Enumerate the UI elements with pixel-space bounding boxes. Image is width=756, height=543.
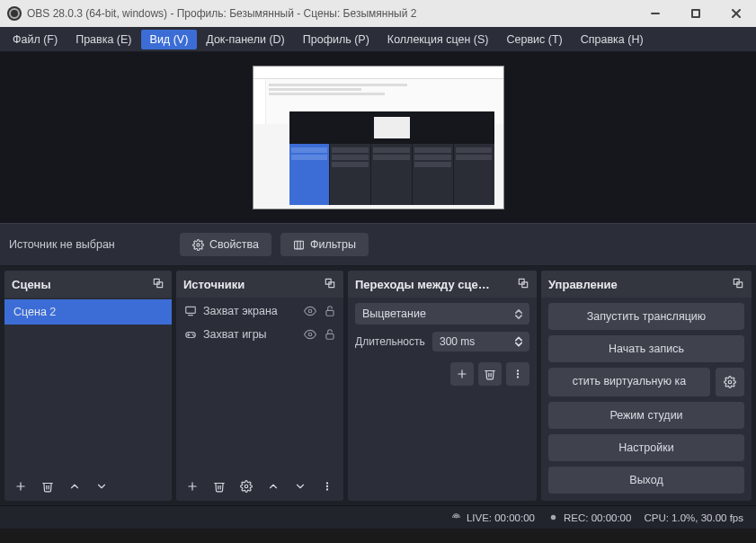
menu-help[interactable]: Справка (H) — [572, 30, 653, 49]
source-label: Захват экрана — [203, 305, 297, 317]
svg-point-31 — [245, 485, 248, 488]
transition-selected: Выцветание — [362, 307, 426, 320]
menu-profile[interactable]: Профиль (P) — [294, 30, 378, 49]
maximize-button[interactable] — [675, 0, 716, 27]
context-toolbar: Источник не выбран Свойства Фильтры — [0, 223, 756, 266]
svg-point-43 — [517, 377, 518, 378]
lock-toggle[interactable] — [323, 305, 336, 317]
transitions-title: Переходы между сце… — [355, 278, 490, 291]
transition-remove-button[interactable] — [478, 362, 502, 386]
dock-container: Сцены Сцена 2 Источники Захват экрана — [0, 266, 756, 505]
transition-more-button[interactable] — [506, 362, 529, 386]
minimize-button[interactable] — [635, 0, 675, 27]
svg-point-33 — [326, 485, 327, 486]
virtual-cam-settings-button[interactable] — [716, 368, 744, 396]
controls-header: Управление — [541, 271, 752, 298]
scene-up-button[interactable] — [63, 475, 86, 498]
scenes-title: Сцены — [12, 278, 51, 291]
gamepad-icon — [183, 328, 197, 341]
svg-rect-5 — [295, 241, 304, 249]
svg-point-48 — [551, 515, 556, 520]
sources-header: Источники — [176, 271, 343, 298]
start-stream-button[interactable]: Запустить трансляцию — [548, 303, 744, 330]
record-dot-icon — [547, 512, 559, 523]
scene-add-button[interactable] — [9, 475, 32, 498]
scenes-header: Сцены — [4, 271, 172, 298]
source-up-button[interactable] — [262, 475, 285, 498]
source-add-button[interactable] — [181, 475, 204, 498]
properties-label: Свойства — [209, 238, 259, 251]
visibility-toggle[interactable] — [303, 305, 316, 317]
svg-point-4 — [197, 243, 200, 245]
menu-view[interactable]: Вид (V) — [141, 30, 198, 49]
source-label: Захват игры — [203, 328, 297, 341]
duration-spinner[interactable]: 300 ms — [432, 332, 529, 352]
spinner-arrows-icon[interactable] — [515, 336, 522, 347]
scene-remove-button[interactable] — [36, 475, 59, 498]
scene-down-button[interactable] — [90, 475, 113, 498]
preview-area[interactable] — [0, 52, 756, 223]
start-record-button[interactable]: Начать запись — [548, 335, 744, 362]
titlebar: OBS 28.0.3 (64-bit, windows) - Профиль: … — [0, 0, 756, 27]
scenes-dock: Сцены Сцена 2 — [4, 271, 172, 501]
duration-label: Длительность — [355, 335, 427, 348]
sources-list[interactable]: Захват экрана Захват игры — [176, 298, 343, 472]
svg-rect-26 — [325, 334, 333, 339]
menu-tools[interactable]: Сервис (T) — [497, 30, 571, 49]
scene-item[interactable]: Сцена 2 — [4, 299, 172, 325]
menu-file[interactable]: Файл (F) — [4, 30, 67, 49]
popout-icon[interactable] — [517, 277, 529, 292]
svg-point-24 — [193, 335, 194, 336]
monitor-icon — [183, 305, 197, 317]
popout-icon[interactable] — [324, 277, 336, 292]
rec-time: REC: 00:00:00 — [564, 512, 631, 523]
gear-icon — [192, 239, 204, 251]
cpu-text: CPU: 1.0%, 30.00 fps — [644, 512, 743, 523]
visibility-toggle[interactable] — [303, 328, 316, 341]
svg-rect-1 — [692, 10, 699, 17]
sources-dock: Источники Захват экрана Захват игры — [176, 271, 343, 501]
svg-point-41 — [517, 370, 518, 371]
svg-point-25 — [308, 333, 312, 336]
controls-dock: Управление Запустить трансляцию Начать з… — [541, 271, 752, 501]
svg-rect-16 — [185, 307, 195, 313]
statusbar: LIVE: 00:00:00 REC: 00:00:00 CPU: 1.0%, … — [0, 505, 756, 529]
record-status: REC: 00:00:00 — [547, 512, 631, 523]
close-button[interactable] — [716, 0, 756, 27]
virtual-cam-button[interactable]: стить виртуальную ка — [548, 368, 710, 396]
obs-logo-icon — [7, 6, 22, 21]
popout-icon[interactable] — [152, 277, 165, 292]
chevron-updown-icon — [515, 309, 522, 319]
sources-title: Источники — [183, 278, 245, 291]
source-more-button[interactable] — [316, 475, 339, 498]
properties-button[interactable]: Свойства — [180, 233, 271, 256]
scenes-list[interactable]: Сцена 2 — [4, 298, 172, 472]
popout-icon[interactable] — [732, 277, 744, 292]
source-item[interactable]: Захват экрана — [176, 299, 343, 323]
exit-button[interactable]: Выход — [548, 467, 744, 494]
studio-mode-button[interactable]: Режим студии — [548, 402, 744, 429]
source-down-button[interactable] — [289, 475, 312, 498]
broadcast-icon — [450, 512, 462, 523]
svg-rect-19 — [325, 310, 333, 316]
network-status: LIVE: 00:00:00 — [450, 512, 535, 523]
svg-point-34 — [326, 489, 327, 490]
window-title: OBS 28.0.3 (64-bit, windows) - Профиль: … — [27, 7, 416, 20]
lock-toggle[interactable] — [323, 328, 336, 341]
svg-point-46 — [728, 380, 732, 384]
duration-value: 300 ms — [440, 335, 475, 348]
settings-button[interactable]: Настройки — [548, 434, 744, 461]
transitions-header: Переходы между сце… — [348, 271, 537, 298]
menu-edit[interactable]: Правка (E) — [67, 30, 140, 49]
transition-add-button[interactable] — [450, 362, 474, 386]
menu-docks[interactable]: Док-панели (D) — [197, 30, 293, 49]
source-settings-button[interactable] — [235, 475, 258, 498]
menu-scene-collection[interactable]: Коллекция сцен (S) — [378, 30, 498, 49]
transitions-dock: Переходы между сце… Выцветание Длительно… — [348, 271, 537, 501]
transition-select[interactable]: Выцветание — [355, 303, 529, 325]
controls-title: Управление — [548, 278, 618, 291]
source-item[interactable]: Захват игры — [176, 323, 343, 346]
filters-button[interactable]: Фильтры — [280, 233, 369, 256]
preview-canvas — [253, 66, 504, 209]
source-remove-button[interactable] — [208, 475, 231, 498]
